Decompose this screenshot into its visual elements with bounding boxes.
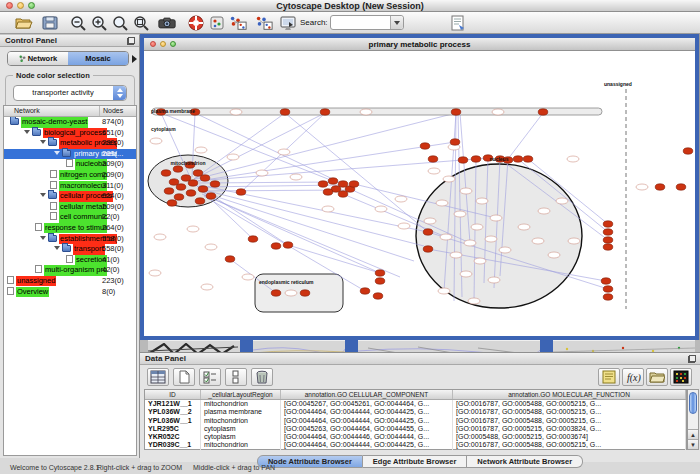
network-node[interactable] bbox=[471, 156, 481, 162]
network-window-titlebar[interactable]: primary metabolic process bbox=[144, 38, 695, 51]
network-tree-row[interactable]: cellular process614(0) bbox=[4, 191, 136, 202]
network-edge[interactable] bbox=[194, 113, 285, 179]
network-node[interactable] bbox=[181, 175, 191, 181]
tab-mosaic[interactable]: Mosaic bbox=[68, 52, 128, 65]
network-node[interactable] bbox=[424, 218, 436, 224]
network-node[interactable] bbox=[398, 223, 410, 229]
network-node[interactable] bbox=[328, 178, 338, 184]
network-node[interactable] bbox=[290, 174, 302, 180]
network-edge[interactable] bbox=[196, 113, 456, 179]
network-node[interactable] bbox=[476, 198, 488, 204]
network-tree-row[interactable]: nitrogen compo209(0) bbox=[4, 170, 136, 181]
network-node[interactable] bbox=[375, 206, 387, 212]
network-node[interactable] bbox=[436, 200, 448, 206]
table-row[interactable]: YPL036W__2plasma membrane[GO:0044464, GO… bbox=[145, 408, 686, 416]
network-node[interactable] bbox=[256, 170, 268, 176]
network-node[interactable] bbox=[349, 181, 359, 187]
network-node[interactable] bbox=[468, 298, 480, 304]
network-node[interactable] bbox=[206, 193, 216, 199]
network-tree-row[interactable]: biological_process651(0) bbox=[4, 128, 136, 139]
network-node[interactable] bbox=[474, 258, 486, 264]
network-node[interactable] bbox=[164, 188, 174, 194]
network-node[interactable] bbox=[636, 184, 648, 190]
delete-attribute-button[interactable] bbox=[199, 368, 221, 386]
network-node[interactable] bbox=[167, 200, 177, 206]
network-node[interactable] bbox=[173, 166, 183, 172]
network-node[interactable] bbox=[188, 180, 198, 186]
network-node[interactable] bbox=[271, 290, 281, 296]
network-node[interactable] bbox=[488, 277, 500, 283]
network-node[interactable] bbox=[176, 184, 186, 190]
network-node[interactable] bbox=[423, 229, 433, 235]
network-node[interactable] bbox=[492, 109, 504, 115]
network-tree-row[interactable]: cellular metabo209(0) bbox=[4, 202, 136, 213]
network-node[interactable] bbox=[318, 181, 328, 187]
network-node[interactable] bbox=[174, 194, 184, 200]
network-node[interactable] bbox=[338, 181, 348, 187]
tree-column-nodes[interactable]: Nodes bbox=[103, 107, 123, 114]
save-session-button[interactable] bbox=[40, 14, 60, 32]
tree-expander-icon[interactable] bbox=[24, 130, 30, 134]
network-node[interactable] bbox=[450, 252, 462, 258]
network-node[interactable] bbox=[373, 293, 383, 299]
network-node[interactable] bbox=[322, 206, 334, 212]
table-row[interactable]: YLR295Ccytoplasm[GO:0045263, GO:0044464,… bbox=[145, 425, 686, 433]
search-dropdown-arrow[interactable] bbox=[390, 16, 403, 29]
network-node[interactable] bbox=[601, 278, 611, 284]
network-node[interactable] bbox=[603, 221, 613, 227]
function-builder-button[interactable]: f(x) bbox=[622, 368, 644, 386]
network-node[interactable] bbox=[210, 181, 220, 187]
network-node[interactable] bbox=[285, 290, 297, 296]
network-node[interactable] bbox=[513, 156, 523, 162]
network-node[interactable] bbox=[603, 286, 613, 292]
network-node[interactable] bbox=[395, 196, 407, 202]
search-config-button[interactable] bbox=[448, 14, 468, 32]
network-node[interactable] bbox=[603, 237, 613, 243]
network-node[interactable] bbox=[451, 109, 461, 115]
network-node[interactable] bbox=[227, 154, 239, 160]
network-node[interactable] bbox=[603, 229, 613, 235]
network-tree-row[interactable]: mosaic-demo-yeast874(0) bbox=[4, 117, 136, 128]
network-node[interactable] bbox=[460, 271, 472, 277]
network-node[interactable] bbox=[360, 109, 372, 115]
network-tree-row[interactable]: cell communicat22(0) bbox=[4, 212, 136, 223]
network-node[interactable] bbox=[603, 294, 613, 300]
help-button[interactable] bbox=[186, 14, 206, 32]
network-node[interactable] bbox=[248, 236, 258, 242]
network-node[interactable] bbox=[655, 184, 665, 190]
network-edge[interactable] bbox=[202, 192, 414, 261]
network-node[interactable] bbox=[532, 238, 544, 244]
network-node[interactable] bbox=[195, 198, 205, 204]
network-node[interactable] bbox=[338, 191, 348, 197]
network-node[interactable] bbox=[187, 226, 199, 232]
network-node[interactable] bbox=[538, 208, 550, 214]
network-node[interactable] bbox=[556, 198, 568, 204]
zoom-fit-button[interactable] bbox=[131, 14, 151, 32]
network-node[interactable] bbox=[236, 189, 246, 195]
network-node[interactable] bbox=[683, 148, 693, 154]
network-node[interactable] bbox=[538, 109, 548, 115]
network-node[interactable] bbox=[375, 278, 385, 284]
network-node[interactable] bbox=[440, 234, 452, 240]
network-node[interactable] bbox=[438, 288, 450, 294]
scroll-down-arrow[interactable]: ▼ bbox=[688, 439, 698, 449]
tree-expander-icon[interactable] bbox=[40, 236, 46, 240]
network-node[interactable] bbox=[205, 244, 217, 250]
tree-column-divider[interactable] bbox=[99, 106, 100, 116]
desktop-import-button[interactable] bbox=[278, 14, 298, 32]
network-node[interactable] bbox=[548, 252, 560, 258]
network-node[interactable] bbox=[676, 184, 686, 190]
network-node[interactable] bbox=[499, 247, 511, 253]
network-edge[interactable] bbox=[194, 113, 325, 179]
search-input[interactable] bbox=[333, 17, 389, 28]
tree-expander-icon[interactable] bbox=[54, 246, 60, 250]
vertical-scrollbar[interactable]: ▲ ▼ bbox=[687, 389, 699, 450]
network-canvas[interactable]: plasma membranecytoplasmmitochondrionnuc… bbox=[144, 51, 695, 336]
network-node[interactable] bbox=[278, 149, 290, 155]
graph-transfer-a-button[interactable] bbox=[226, 14, 250, 32]
tab-overflow-arrow[interactable] bbox=[132, 55, 137, 63]
zoom-in-button[interactable] bbox=[89, 14, 109, 32]
tree-expander-icon[interactable] bbox=[40, 193, 46, 197]
network-node[interactable] bbox=[323, 189, 333, 195]
network-tree-row[interactable]: nucleobase-209(0) bbox=[4, 159, 136, 170]
